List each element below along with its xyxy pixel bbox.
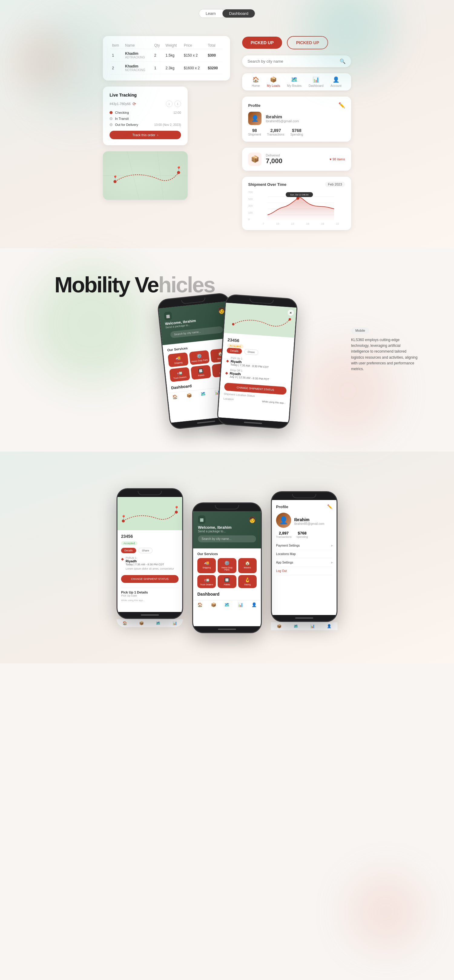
service-icon-middle: 🚚 [204,560,209,565]
tab-share-left[interactable]: Share [139,548,153,553]
chart-x-label: 13 [291,222,294,225]
edit-icon-right[interactable]: ✏️ [327,504,332,509]
chart-x-label: 22 [336,222,339,225]
svg-text:Sun, Oct 13  346.54: Sun, Oct 13 346.54 [290,194,308,196]
chart-y-label: 0 [248,218,253,221]
chart-period[interactable]: Feb 2023 [325,181,345,187]
nav-loads-icon[interactable]: 📦 [186,393,192,398]
nav-icon-3-right[interactable]: 📊 [310,624,315,628]
nav-icon-dashboard-left[interactable]: 📊 [172,621,177,625]
cell-total: $3200 [206,62,223,75]
nav-loads-middle[interactable]: 📦 [211,602,216,607]
service-item-middle[interactable]: 🪝Towing [238,575,256,588]
nav-icon-loads-left[interactable]: 📦 [139,621,144,625]
chart-title: Shipment Over Time [248,182,286,187]
tab-details-left[interactable]: Details [121,548,136,553]
pstat-label: Transactions [276,535,292,538]
nav-dashboard[interactable]: Dashboard [223,10,255,18]
nav-routes-icon[interactable]: 🗺️ [201,391,206,396]
tab-share-2[interactable]: Share [244,349,258,355]
nav-icon-home-left[interactable]: 🏠 [123,621,127,625]
nav-routes-middle[interactable]: 🗺️ [224,602,229,607]
screen-header-1: ▦ 🧑 Welcome, Ibrahim Send a package to..… [159,301,233,345]
service-item[interactable]: 🔲Pallets [190,365,211,380]
service-item[interactable]: ⚙️Heavy Duty Parts [189,350,210,365]
picked-up-active-btn[interactable]: PICKED UP [242,37,282,49]
tracking-number: #43y1-780y66 ⟳ ‹ › [110,100,181,107]
nav-item-dashboard[interactable]: 📊Dashboard [309,76,323,88]
nav-account-middle[interactable]: 👤 [252,602,256,607]
pickup-date-label: Pick Up Date [121,594,178,597]
dropoff-info-2: Drop Off 1 Riyadh July 3 | 12:35 AM - 8:… [229,368,270,381]
stat-item: 2,897Transactions [267,128,284,136]
stat-value: 2,897 [267,128,284,133]
profile-menu-item-app-settings[interactable]: App Settings› [276,558,332,567]
nav-icon-4-right[interactable]: 👤 [327,624,331,628]
service-item[interactable]: 🚚Shipping [168,352,188,368]
search-middle[interactable]: Search by city name... [198,535,256,542]
right-desc-text: KLS360 employs cutting-edge technology, … [351,337,418,372]
col-total: Total [206,42,223,49]
search-input[interactable] [248,59,336,64]
nav-home-middle[interactable]: 🏠 [198,602,202,607]
nav-item-home[interactable]: 🏠Home [252,76,260,88]
chart-x-label: 19 [321,222,324,225]
step-dot [110,123,113,126]
nav-icon-1-right[interactable]: 📦 [277,624,282,628]
nav-learn[interactable]: Learn [199,10,223,18]
mobile-badge: Mobile [351,328,369,334]
qr-icon-middle: ▦ [198,515,205,524]
chart-y-labels: 7005003001000 [248,191,253,221]
nav-dashboard-middle[interactable]: 📊 [238,602,243,607]
step-time: 13:00 (Nov 2, 2023) [155,123,181,127]
next-btn[interactable]: › [174,100,181,107]
cell-name: KhadimNOTRACKING [123,62,152,75]
screen-services-middle: Our Services 🚚Shipping⚙️Heavy Duty Parts… [193,549,261,592]
change-status-btn-left[interactable]: CHANGE SHIPMENT STATUS [121,575,178,583]
picked-up-row: PICKED UP PICKED UP [242,36,351,49]
service-label: Truck Dealers [174,376,187,379]
stat-label: Shipment [248,133,261,136]
service-label-middle: Truck Dealers [200,584,213,585]
tab-details-2[interactable]: Details [227,348,242,354]
track-order-button[interactable]: Track this order › [110,131,181,139]
nav-icon-home: 🏠 [252,76,259,83]
profile-card: Profile ✏️ 👤 Ibrahim ibrahim85@gmail.com… [242,97,351,142]
service-item[interactable]: 🚛Truck Dealers [169,367,190,382]
nav-icon-account: 👤 [333,76,339,83]
profile-menu-item-log-out[interactable]: Log Out [276,567,332,575]
service-item-middle[interactable]: ⚙️Heavy Duty Parts [218,558,236,573]
home-indicator-middle [193,626,261,632]
chart-y-label: 500 [248,197,253,200]
screen-search-1[interactable]: Search by city name... [170,326,223,338]
prev-btn[interactable]: ‹ [166,100,172,107]
profile-menu-item-locations-map[interactable]: Locations Map [276,550,332,558]
service-item-middle[interactable]: 🚛Truck Dealers [198,575,216,588]
nav-icon-2-right[interactable]: 🗺️ [293,624,298,628]
service-item-middle[interactable]: 🔲Pallets [218,575,236,588]
col-item: Item [110,42,123,49]
nav-icon-routes-left[interactable]: 🗺️ [156,621,161,625]
profile-menu-item-payment-settings[interactable]: Payment Settings› [276,541,332,550]
service-item-middle[interactable]: 🏠Movers [238,558,256,573]
map-route-svg: 📍 📍 [103,151,188,200]
table-row: 2 KhadimNOTRACKING 1 2.3kg $1600 x 2 $32… [110,62,223,75]
phone-right-wrapper: Profile ✏️ 👤 Ibrahim ibrahim85@gmail.com… [271,491,338,630]
stat-value: $768 [290,128,303,133]
service-item-middle[interactable]: 🚚Shipping [198,558,216,573]
nav-item-account[interactable]: 👤Account [331,76,341,88]
edit-profile-icon[interactable]: ✏️ [338,102,345,109]
nav-item-my-loads[interactable]: 📦My Loads [267,76,280,88]
phone-shipment: ✕ 23456 Accepted Details Share ◆ [217,294,298,430]
picked-up-inactive-btn[interactable]: PICKED UP [287,36,328,49]
tracking-steps: Checking 12:00 In Transit Out for Delive… [110,111,181,127]
nav-item-my-routes[interactable]: 🗺️My Routes [287,76,302,88]
mini-map-2: ✕ [224,303,296,338]
allow-location: While using this app... [262,400,286,404]
nav-home-icon[interactable]: 🏠 [172,394,178,399]
step-label: In Transit [115,117,178,121]
chart-x-label: 10 [276,222,279,225]
phone-right: Profile ✏️ 👤 Ibrahim ibrahim85@gmail.com… [271,491,338,622]
service-label-middle: Movers [244,566,251,569]
nav-label: My Routes [287,84,302,88]
